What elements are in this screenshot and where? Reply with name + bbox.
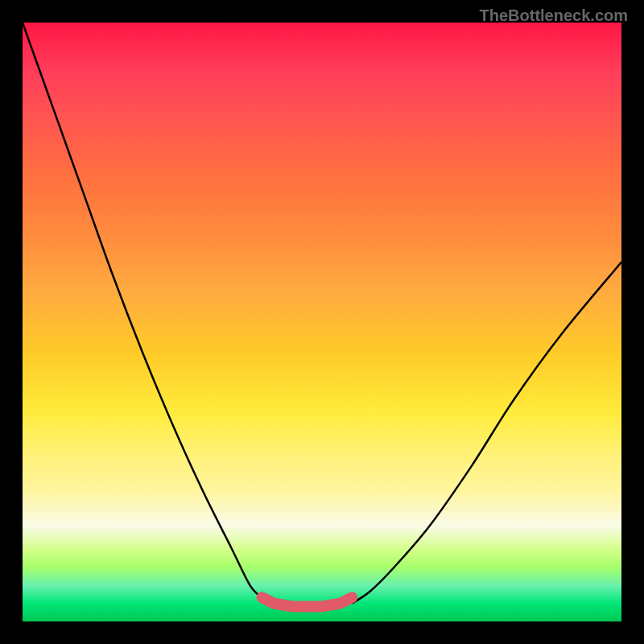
right-curve-path	[352, 262, 621, 604]
chart-svg	[23, 23, 621, 621]
bottom-segment-path	[262, 597, 353, 606]
left-curve-path	[23, 23, 275, 604]
chart-plot-area	[23, 23, 621, 621]
watermark-text: TheBottleneck.com	[480, 6, 628, 25]
